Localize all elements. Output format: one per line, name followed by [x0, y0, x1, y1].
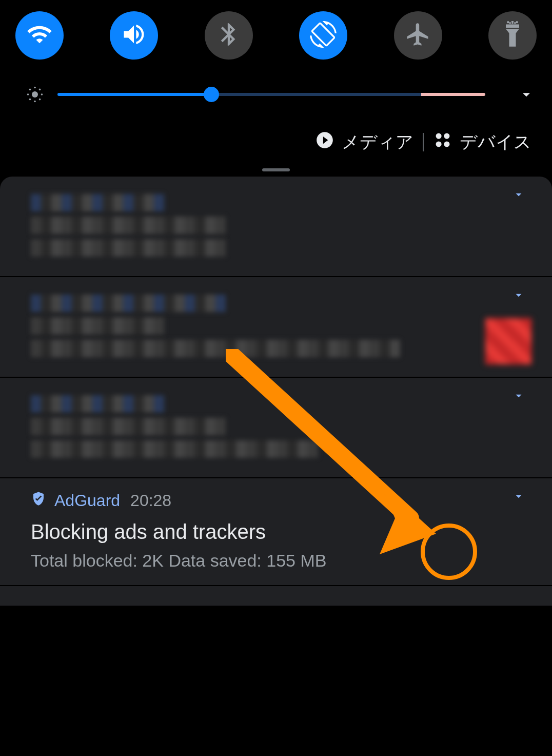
- expand-quick-settings[interactable]: [516, 84, 537, 105]
- redacted-text: [31, 317, 164, 335]
- redacted-image: [485, 318, 531, 364]
- panel-handle[interactable]: [262, 168, 290, 171]
- redacted-text: [31, 295, 226, 312]
- media-devices-row: メディア デバイス: [0, 105, 552, 168]
- bluetooth-toggle[interactable]: [205, 11, 253, 60]
- svg-point-2: [516, 21, 518, 23]
- svg-point-5: [34, 101, 36, 103]
- shield-icon: [31, 491, 46, 510]
- auto-rotate-icon: [310, 21, 337, 50]
- redacted-text: [31, 418, 226, 435]
- notification-expand[interactable]: [511, 489, 526, 504]
- svg-point-8: [29, 89, 31, 91]
- svg-point-13: [444, 133, 449, 139]
- separator: [423, 133, 424, 151]
- svg-point-10: [29, 99, 31, 101]
- notification-item[interactable]: [0, 378, 552, 478]
- notification-subtitle: Total blocked: 2K Data saved: 155 MB: [31, 551, 521, 571]
- wifi-icon: [26, 21, 53, 50]
- redacted-text: [31, 395, 164, 413]
- redacted-text: [31, 440, 318, 458]
- svg-point-7: [41, 93, 43, 95]
- play-circle-icon: [315, 130, 334, 154]
- brightness-icon: [25, 84, 45, 105]
- brightness-slider[interactable]: [57, 87, 485, 102]
- notification-title: Blocking ads and trackers: [31, 520, 521, 544]
- notification-expand[interactable]: [511, 287, 526, 303]
- flashlight-icon: [499, 21, 526, 50]
- devices-label: デバイス: [460, 130, 531, 154]
- notification-item[interactable]: [0, 277, 552, 378]
- notification-app-name: AdGuard: [54, 491, 120, 510]
- media-button[interactable]: メディア: [315, 130, 413, 154]
- wifi-toggle[interactable]: [15, 11, 64, 60]
- bluetooth-icon: [215, 21, 242, 50]
- redacted-text: [31, 239, 226, 257]
- svg-point-11: [39, 89, 41, 91]
- brightness-thumb[interactable]: [204, 87, 219, 102]
- brightness-row: [0, 60, 552, 105]
- notification-header: AdGuard 20:28: [31, 491, 521, 510]
- airplane-icon: [405, 21, 431, 50]
- svg-point-3: [32, 91, 38, 98]
- quick-settings-row: [0, 0, 552, 60]
- notification-time: 20:28: [130, 491, 171, 510]
- airplane-toggle[interactable]: [394, 11, 442, 60]
- svg-point-6: [27, 93, 29, 95]
- sound-icon: [121, 21, 147, 50]
- notification-list: AdGuard 20:28 Blocking ads and trackers …: [0, 177, 552, 607]
- redacted-text: [31, 217, 226, 234]
- svg-point-9: [39, 99, 41, 101]
- flashlight-toggle[interactable]: [488, 11, 537, 60]
- svg-point-15: [444, 141, 449, 147]
- svg-point-14: [436, 141, 442, 147]
- auto-rotate-toggle[interactable]: [299, 11, 347, 60]
- devices-button[interactable]: デバイス: [433, 130, 531, 154]
- svg-point-0: [507, 21, 509, 23]
- notification-expand[interactable]: [511, 388, 526, 403]
- notification-item[interactable]: [0, 586, 552, 607]
- sound-toggle[interactable]: [110, 11, 158, 60]
- svg-point-4: [34, 87, 36, 89]
- brightness-track: [57, 93, 485, 96]
- media-label: メディア: [342, 130, 413, 154]
- svg-point-12: [436, 133, 442, 139]
- notification-item[interactable]: [0, 177, 552, 277]
- notification-expand[interactable]: [511, 187, 526, 202]
- redacted-text: [31, 340, 400, 357]
- grid-icon: [433, 130, 452, 154]
- adguard-notification[interactable]: AdGuard 20:28 Blocking ads and trackers …: [0, 478, 552, 586]
- redacted-text: [31, 194, 164, 211]
